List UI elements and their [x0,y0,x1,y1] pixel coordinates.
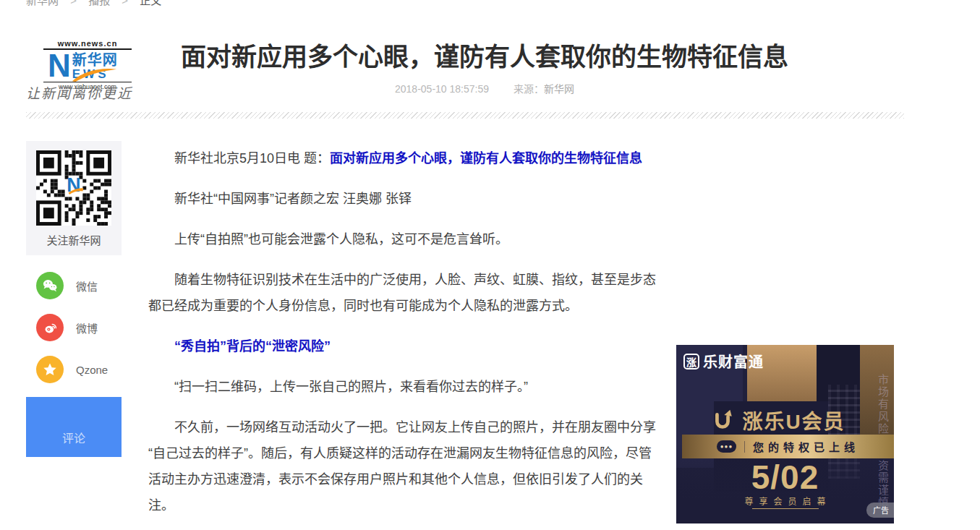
paragraph: 随着生物特征识别技术在生活中的广泛使用，人脸、声纹、虹膜、指纹，甚至是步态都已经… [148,267,659,319]
breadcrumb-item-channel[interactable]: 播报 [88,0,110,7]
share-list: 微信 微博 [26,271,122,384]
qr-code-image: N [36,150,111,226]
qr-follow-box: N 关注新华网 [26,141,122,255]
byline: 新华社“中国网事”记者颜之宏 汪奥娜 张铎 [148,186,659,212]
qr-caption: 关注新华网 [36,232,111,247]
breadcrumb-item-home[interactable]: 新华网 [26,0,59,7]
ad-banner-divider [744,441,745,453]
ad-gold-banner: ●●● 您的特权已上线 [682,435,894,458]
source-label: 来源： [514,83,544,95]
share-weibo[interactable]: 微博 [26,313,122,342]
share-weibo-label: 微博 [76,320,98,335]
ad-banner-text: 您的特权已上线 [753,439,859,454]
ad-date: 5/02 [676,458,894,497]
logo-letter-n: N [48,51,71,80]
ad-brand-name: 乐财富通 [703,351,764,372]
ad-subline: 尊享会员启幕 [676,495,894,507]
source-link[interactable]: 新华网 [544,83,574,95]
share-qzone[interactable]: Qzone [26,355,122,384]
breadcrumb-separator: > [122,0,128,7]
ad-headline-row: 涨乐U会员 [676,406,879,435]
breadcrumb: 新华网 > 播报 > 正文 [26,0,170,7]
ad-u-arrow-icon [710,408,735,432]
share-qzone-label: Qzone [76,364,108,376]
breadcrumb-item-current: 正文 [140,0,161,7]
weibo-icon [36,314,64,341]
ad-brand-box-icon: 涨 [683,354,699,369]
section-heading: “秀自拍”背后的“泄密风险” [148,333,659,359]
ad-headline: 涨乐U会员 [742,406,845,435]
article-meta: 2018-05-10 18:57:59来源：新华网 [152,81,817,95]
breadcrumb-separator: > [70,0,77,7]
paragraph: 上传“自拍照”也可能会泄露个人隐私，这可不是危言耸听。 [148,226,659,252]
ad-underline [752,508,819,509]
logo-swoosh-icon [69,67,120,82]
share-wechat-label: 微信 [76,278,98,294]
hatched-divider [26,112,904,119]
ad-chat-bubble-icon: ●●● [717,440,736,453]
ad-brand-logo: 涨 乐财富通 [683,351,764,372]
comment-button[interactable]: 评论 [26,397,122,457]
wechat-icon [36,272,64,299]
ad-label-badge: 广告 [866,503,894,518]
logo-name-cn: 新华网 [72,52,118,68]
paragraph: 不久前，一场网络互动活动火了一把。它让网友上传自己的照片，并在朋友圈中分享“自己… [148,414,659,518]
lead-paragraph: 新华社北京5月10日电 题：面对新应用多个心眼，谨防有人套取你的生物特征信息 [148,145,659,171]
logo-slogan: 让新闻离你更近 [26,82,156,102]
logo-mark: N 新华网 EWS [43,50,132,82]
page-title: 面对新应用多个心眼，谨防有人套取你的生物特征信息 [152,41,817,73]
paragraph: “扫一扫二维码，上传一张自己的照片，来看看你过去的样子。” [148,374,659,400]
publish-time: 2018-05-10 18:57:59 [395,83,489,95]
qzone-star-icon [36,356,64,383]
lead-prefix: 新华社北京5月10日电 题： [174,151,330,166]
article-body: 新华社北京5月10日电 题：面对新应用多个心眼，谨防有人套取你的生物特征信息 新… [148,145,659,530]
article-page: 新华网 > 播报 > 正文 www.news.cn N 新华网 EWS www.… [0,0,980,530]
share-wechat[interactable]: 微信 [26,271,122,300]
advertisement-banner[interactable]: 涨 乐财富通 涨乐U会员 ●●● 您的特权已上线 5/02 尊享会员启幕 市场有… [676,345,894,523]
lead-title-text: 面对新应用多个心眼，谨防有人套取你的生物特征信息 [330,151,642,166]
share-column: N 关注新华网 微信 [26,141,122,457]
